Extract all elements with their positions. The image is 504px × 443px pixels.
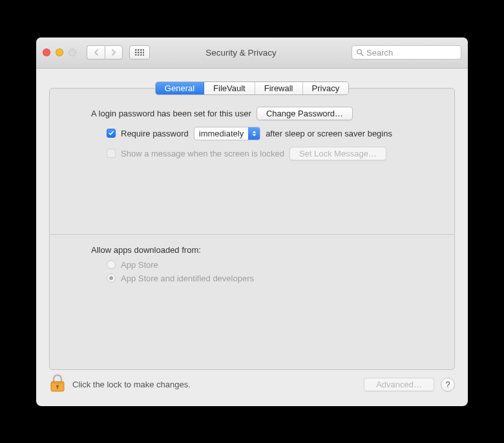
require-password-delay-value: immediately <box>194 129 248 138</box>
svg-line-13 <box>361 54 363 56</box>
select-stepper-icon <box>248 127 260 140</box>
login-password-row: A login password has been set for this u… <box>65 107 439 120</box>
preferences-window: Security & Privacy Search General FileVa… <box>36 38 468 406</box>
search-icon <box>356 49 364 56</box>
tab-filevault[interactable]: FileVault <box>204 82 255 94</box>
require-password-checkbox[interactable] <box>107 129 116 138</box>
gatekeeper-appstore-row: App Store <box>65 260 439 270</box>
change-password-button[interactable]: Change Password… <box>257 107 353 120</box>
radio-identified-developers <box>107 274 116 283</box>
svg-rect-15 <box>51 382 64 384</box>
tab-firewall[interactable]: Firewall <box>255 82 303 94</box>
svg-rect-17 <box>57 386 58 389</box>
allow-apps-label: Allow apps downloaded from: <box>65 245 439 255</box>
lock-icon <box>49 374 66 393</box>
set-lock-message-button: Set Lock Message… <box>289 147 386 160</box>
show-lock-message-label: Show a message when the screen is locked <box>121 149 284 158</box>
search-placeholder: Search <box>366 48 393 58</box>
lock-button[interactable] <box>49 374 66 395</box>
zoom-window-button <box>68 49 76 56</box>
chevron-left-icon <box>94 49 99 56</box>
back-button[interactable] <box>87 45 105 59</box>
tab-bar-wrap: General FileVault Firewall Privacy <box>49 81 455 95</box>
lock-hint-text: Click the lock to make changes. <box>72 380 191 389</box>
nav-buttons <box>87 45 123 59</box>
help-button[interactable]: ? <box>441 378 455 392</box>
forward-button[interactable] <box>105 45 123 59</box>
radio-appstore <box>107 260 116 269</box>
advanced-button[interactable]: Advanced… <box>364 378 434 391</box>
show-lock-message-checkbox <box>107 149 116 158</box>
window-controls <box>43 49 76 56</box>
tab-general[interactable]: General <box>156 82 204 94</box>
help-icon: ? <box>445 380 450 389</box>
require-password-row: Require password immediately after sleep… <box>65 127 439 140</box>
general-pane: A login password has been set for this u… <box>49 88 455 370</box>
radio-identified-label: App Store and identified developers <box>121 274 254 283</box>
minimize-window-button[interactable] <box>56 49 63 56</box>
chevron-right-icon <box>111 49 116 56</box>
checkmark-icon <box>108 130 114 136</box>
login-password-text: A login password has been set for this u… <box>91 109 251 118</box>
footer: Click the lock to make changes. Advanced… <box>36 370 468 406</box>
tab-bar: General FileVault Firewall Privacy <box>155 81 349 95</box>
close-window-button[interactable] <box>43 49 50 56</box>
titlebar: Security & Privacy Search <box>36 38 468 69</box>
window-title: Security & Privacy <box>137 48 345 58</box>
search-field[interactable]: Search <box>352 45 461 59</box>
content-area: General FileVault Firewall Privacy A log… <box>36 69 468 370</box>
require-password-delay-select[interactable]: immediately <box>194 127 260 140</box>
radio-appstore-label: App Store <box>121 260 158 270</box>
divider <box>50 234 454 235</box>
gatekeeper-identified-row: App Store and identified developers <box>65 274 439 283</box>
require-password-label: Require password <box>121 129 189 138</box>
tab-privacy[interactable]: Privacy <box>303 82 349 94</box>
after-sleep-text: after sleep or screen saver begins <box>266 129 392 138</box>
lock-message-row: Show a message when the screen is locked… <box>65 147 439 160</box>
